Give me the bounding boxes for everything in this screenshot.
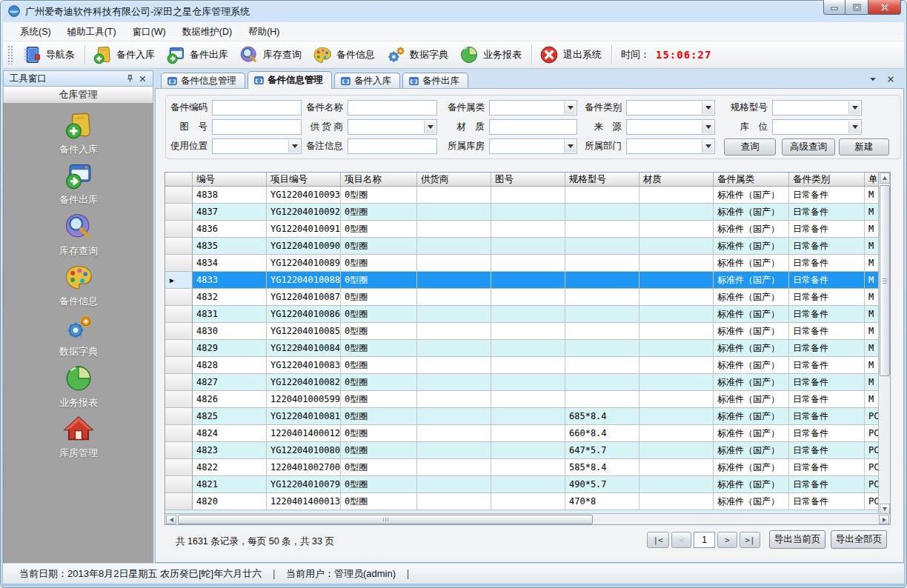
search-select[interactable] — [626, 119, 715, 135]
export-all-pages-button[interactable]: 导出全部页 — [831, 530, 887, 549]
menu-item[interactable]: 系统(S) — [12, 22, 59, 41]
vertical-scroll-thumb[interactable] — [880, 185, 890, 376]
scroll-left-icon[interactable] — [166, 515, 176, 524]
row-selector-cell[interactable] — [165, 255, 193, 272]
row-selector-cell[interactable] — [165, 238, 193, 255]
advanced-query-button[interactable]: 高级查询 — [782, 138, 835, 156]
table-row[interactable]: 4834YG122040100890型圈标准件（国产）日常备件M — [165, 255, 879, 272]
horizontal-scroll-thumb[interactable] — [178, 515, 593, 524]
tab-close-icon[interactable] — [886, 75, 895, 84]
toolbar-button[interactable]: 数据字典 — [382, 43, 455, 67]
tab[interactable]: 备件信息管理 — [161, 73, 245, 88]
sidebar-item-data-dictionary[interactable]: 数据字典 — [4, 312, 153, 358]
search-select[interactable] — [626, 138, 715, 154]
table-row[interactable]: 482412204014000120型圈660*8.4标准件（国产）日常备件PC — [165, 425, 879, 442]
table-row[interactable]: 4835YG122040100900型圈标准件（国产）日常备件M — [165, 238, 879, 255]
row-selector-cell[interactable] — [165, 493, 193, 510]
tab[interactable]: 备件入库 — [334, 73, 400, 88]
table-row[interactable]: 482012204014000130型圈470*8标准件（国产）日常备件PC — [165, 493, 879, 510]
query-button[interactable]: 查询 — [724, 138, 776, 156]
toolbar-button[interactable]: 业务报表 — [455, 43, 528, 67]
dropdown-arrow-icon[interactable] — [848, 121, 860, 133]
toolbar-button[interactable]: 库存查询 — [235, 43, 308, 67]
close-button[interactable] — [868, 0, 901, 15]
column-header[interactable]: 编号 — [193, 173, 267, 186]
column-header[interactable]: 备件属类 — [714, 173, 789, 186]
tab[interactable]: 备件信息管理 — [247, 71, 332, 89]
export-current-page-button[interactable]: 导出当前页 — [769, 530, 825, 549]
menu-item[interactable]: 窗口(W) — [124, 22, 174, 41]
row-selector-cell[interactable] — [165, 221, 193, 238]
row-selector-cell[interactable] — [165, 425, 193, 442]
menu-item[interactable]: 数据维护(D) — [174, 22, 240, 41]
table-row[interactable]: 4829YG122040100840型圈标准件（国产）日常备件M — [165, 340, 879, 357]
column-header[interactable]: 单位 — [865, 173, 879, 186]
table-row[interactable]: 482612204010005990型圈标准件（国产）日常备件M — [165, 391, 879, 408]
last-page-button[interactable]: >| — [740, 532, 760, 548]
row-selector-cell[interactable]: ► — [165, 272, 193, 289]
table-row[interactable]: 4832YG122040100870型圈标准件（国产）日常备件M — [165, 289, 879, 306]
scroll-up-icon[interactable] — [880, 173, 890, 184]
sidebar-item-parts-info[interactable]: 备件信息 — [4, 261, 153, 308]
first-page-button[interactable]: |< — [647, 532, 669, 548]
column-header[interactable]: 材质 — [639, 173, 714, 186]
table-row[interactable]: 4823YG122040100800型圈647*5.7标准件（国产）日常备件PC — [165, 442, 879, 459]
row-selector-cell[interactable] — [165, 459, 193, 476]
column-header[interactable]: 图号 — [491, 173, 565, 186]
dropdown-arrow-icon[interactable] — [848, 101, 860, 114]
toolbar-button[interactable]: 导航条 — [18, 43, 82, 67]
row-selector-cell[interactable] — [165, 187, 193, 204]
prev-page-button[interactable]: < — [671, 532, 691, 548]
table-row[interactable]: 4830YG122040100850型圈标准件（国产）日常备件M — [165, 323, 879, 340]
column-header[interactable]: 项目名称 — [341, 173, 417, 186]
row-selector-cell[interactable] — [165, 323, 193, 340]
toolbar-button[interactable]: 退出系统 — [535, 43, 608, 67]
row-selector-cell[interactable] — [165, 476, 193, 493]
column-header[interactable]: 备件类别 — [789, 173, 865, 186]
search-select[interactable] — [772, 119, 862, 135]
sidebar-item-business-report[interactable]: 业务报表 — [4, 363, 153, 410]
row-selector-cell[interactable] — [165, 306, 193, 323]
horizontal-scrollbar[interactable] — [165, 513, 890, 524]
scroll-right-icon[interactable] — [879, 515, 889, 524]
table-row[interactable]: 4825YG122040100810型圈685*8.4标准件（国产）日常备件PC — [165, 408, 879, 425]
tab[interactable]: 备件出库 — [402, 73, 468, 88]
column-header[interactable]: 供货商 — [417, 173, 491, 186]
table-row[interactable]: 4838YG122040100930型圈标准件（国产）日常备件M — [165, 187, 879, 204]
maximize-button[interactable] — [845, 0, 868, 15]
sidebar-item-parts-inbound[interactable]: 备件入库 — [4, 110, 153, 156]
table-row[interactable]: 4828YG122040100830型圈标准件（国产）日常备件M — [165, 357, 879, 374]
column-header[interactable]: 项目编号 — [267, 173, 341, 186]
vertical-scrollbar[interactable] — [878, 173, 890, 515]
table-row[interactable]: ►4833YG122040100880型圈标准件（国产）日常备件M — [165, 272, 879, 289]
row-selector-cell[interactable] — [165, 204, 193, 221]
pin-icon[interactable] — [124, 73, 136, 84]
new-button[interactable]: 新建 — [839, 138, 889, 156]
table-row[interactable]: 4821YG122040100790型圈490*5.7标准件（国产）日常备件PC — [165, 476, 879, 493]
menu-item[interactable]: 辅助工具(T) — [59, 22, 124, 41]
row-selector-cell[interactable] — [165, 374, 193, 391]
page-number-input[interactable] — [694, 532, 715, 548]
table-row[interactable]: 4837YG122040100920型圈标准件（国产）日常备件M — [165, 204, 879, 221]
table-row[interactable]: 4836YG122040100910型圈标准件（国产）日常备件M — [165, 221, 879, 238]
sidebar-item-warehouse[interactable]: 库房管理 — [4, 413, 153, 460]
column-header[interactable]: 规格型号 — [565, 173, 639, 186]
toolbar-button[interactable]: 备件出库 — [162, 43, 235, 67]
row-selector-cell[interactable] — [165, 408, 193, 425]
row-selector-cell[interactable] — [165, 289, 193, 306]
sidebar-item-parts-outbound[interactable]: 备件出库 — [4, 160, 153, 207]
minimize-button[interactable] — [823, 0, 845, 15]
row-selector-cell[interactable] — [165, 391, 193, 408]
menu-item[interactable]: 帮助(H) — [240, 22, 288, 41]
row-selector-cell[interactable] — [165, 357, 193, 374]
table-row[interactable]: 482212204010027000型圈585*8.4标准件（国产）日常备件PC — [165, 459, 879, 476]
table-row[interactable]: 4831YG122040100860型圈标准件（国产）日常备件M — [165, 306, 879, 323]
dropdown-arrow-icon[interactable] — [702, 140, 714, 153]
next-page-button[interactable]: > — [717, 532, 737, 548]
sidebar-close-icon[interactable] — [136, 73, 149, 84]
table-row[interactable]: 4827YG122040100820型圈标准件（国产）日常备件M — [165, 374, 879, 391]
search-select[interactable] — [626, 100, 715, 116]
search-select[interactable] — [772, 100, 862, 116]
row-selector-cell[interactable] — [165, 340, 193, 357]
toolbar-grip[interactable] — [7, 45, 13, 64]
